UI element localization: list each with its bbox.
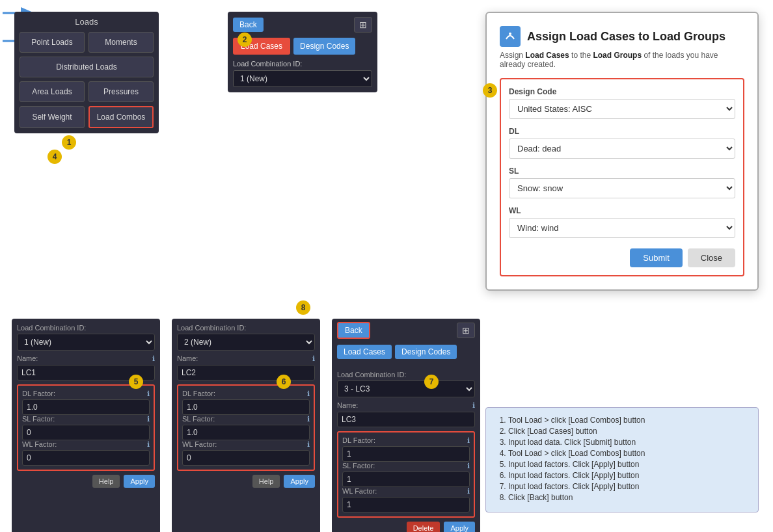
lc2-sl-input[interactable] <box>182 425 310 440</box>
area-loads-button[interactable]: Area Loads <box>20 81 85 102</box>
instructions-box: Tool Load > click [Load Combos] button C… <box>485 407 759 512</box>
lc1-sl-input[interactable] <box>22 425 150 440</box>
close-button[interactable]: Close <box>688 248 735 267</box>
instructions-list: Tool Load > click [Load Combos] button C… <box>496 416 748 502</box>
lc3-name-info-icon[interactable]: ℹ <box>472 401 475 410</box>
lc1-sl-label: SL Factor: ℹ <box>22 415 150 423</box>
lc3-combo-select[interactable]: 3 - LC3 <box>337 380 475 397</box>
lc2-combo-select[interactable]: 2 (New) <box>177 334 315 351</box>
lc1-dl-input[interactable] <box>22 399 150 415</box>
lc1-wl-info-icon[interactable]: ℹ <box>147 440 150 449</box>
instruction-1: Tool Load > click [Load Combos] button <box>508 416 748 425</box>
wl-section: WL Wind: wind <box>509 206 735 238</box>
lc1-combo-select[interactable]: 1 (New) <box>17 334 155 351</box>
instruction-4: Tool Load > click [Load Combos] button <box>508 449 748 458</box>
lc2-dl-input[interactable] <box>182 399 310 415</box>
lc1-sl-info-icon[interactable]: ℹ <box>147 415 150 423</box>
panel-tab-row: Load Cases Design Codes <box>233 38 372 55</box>
load-combination-label: Load Combination ID: <box>233 60 372 68</box>
panel-top-bar: Back ⊞ <box>233 17 372 33</box>
back-button[interactable]: Back <box>233 18 264 32</box>
wl-select[interactable]: Wind: wind <box>509 218 735 238</box>
lc2-combo-label: Load Combination ID: <box>177 324 315 332</box>
lc2-apply-button[interactable]: Apply <box>284 475 315 488</box>
sl-select[interactable]: Snow: snow <box>509 178 735 198</box>
load-combination-select[interactable]: 1 (New) <box>233 70 372 87</box>
lc1-factor-block: DL Factor: ℹ SL Factor: ℹ WL Factor: ℹ <box>17 384 155 471</box>
load-combos-button[interactable]: Load Combos <box>88 106 154 128</box>
lc2-wl-label: WL Factor: ℹ <box>182 440 310 449</box>
lc2-wl-input[interactable] <box>182 450 310 466</box>
lc3-sl-info-icon[interactable]: ℹ <box>467 462 470 470</box>
point-loads-button[interactable]: Point Loads <box>20 32 85 53</box>
lc2-name-label: Name: ℹ <box>177 354 315 363</box>
dialog-footer: Submit Close <box>509 248 735 267</box>
instruction-7: Input load factors. Click [Apply] button <box>508 482 748 491</box>
lc2-name-info-icon[interactable]: ℹ <box>312 354 315 363</box>
skyciv-logo <box>500 26 521 47</box>
panel3-design-codes-tab[interactable]: Design Codes <box>395 345 457 359</box>
loads-grid: Point Loads Moments Distributed Loads Ar… <box>20 32 154 128</box>
lc3-panel-footer: Delete Apply <box>337 522 475 532</box>
distributed-loads-button[interactable]: Distributed Loads <box>20 57 154 77</box>
instruction-3: Input load data. Click [Submit] button <box>508 438 748 447</box>
loads-panel-title: Loads <box>20 17 154 27</box>
lc1-help-button[interactable]: Help <box>92 475 120 488</box>
lc1-dl-info-icon[interactable]: ℹ <box>147 390 150 398</box>
panel3-grid-icon-button[interactable]: ⊞ <box>457 323 475 338</box>
design-code-select[interactable]: United States: AISC <box>509 99 735 119</box>
design-codes-tab[interactable]: Design Codes <box>293 38 355 55</box>
pressures-button[interactable]: Pressures <box>88 81 154 102</box>
lc1-panel-footer: Help Apply <box>17 475 155 488</box>
moments-button[interactable]: Moments <box>88 32 154 53</box>
lc1-apply-button[interactable]: Apply <box>124 475 155 488</box>
self-weight-button[interactable]: Self Weight <box>20 106 85 128</box>
step-badge-7: 7 <box>424 375 439 389</box>
lc2-name-input[interactable] <box>177 365 315 380</box>
mid-top-panel: Back ⊞ Load Cases Design Codes Load Comb… <box>228 12 377 92</box>
lc3-dl-info-icon[interactable]: ℹ <box>467 436 470 445</box>
panel3-load-cases-tab[interactable]: Load Cases <box>337 345 392 359</box>
lc3-factor-block: DL Factor: ℹ SL Factor: ℹ WL Factor: ℹ <box>337 431 475 518</box>
assign-load-cases-dialog: Assign Load Cases to Load Groups Assign … <box>485 12 759 291</box>
lc3-delete-button[interactable]: Delete <box>407 522 441 532</box>
wl-label: WL <box>509 206 735 215</box>
panel3-back-button[interactable]: Back <box>337 322 370 339</box>
lc2-sl-info-icon[interactable]: ℹ <box>307 415 310 423</box>
dialog-outline: Design Code United States: AISC DL Dead:… <box>500 78 744 276</box>
lc3-dl-label: DL Factor: ℹ <box>342 436 470 445</box>
lc1-combo-label: Load Combination ID: <box>17 324 155 332</box>
step-badge-4: 4 <box>47 150 62 164</box>
lc3-wl-label: WL Factor: ℹ <box>342 487 470 496</box>
lc3-dl-input[interactable] <box>342 446 470 462</box>
lc1-wl-input[interactable] <box>22 450 150 466</box>
instruction-2: Click [Load Cases] button <box>508 427 748 436</box>
lc3-sl-label: SL Factor: ℹ <box>342 462 470 470</box>
lc1-dl-label: DL Factor: ℹ <box>22 390 150 398</box>
lc2-dl-label: DL Factor: ℹ <box>182 390 310 398</box>
lc3-combo-label: Load Combination ID: <box>337 371 475 379</box>
design-code-section: Design Code United States: AISC <box>509 87 735 119</box>
lc3-wl-input[interactable] <box>342 497 470 512</box>
lc3-wl-info-icon[interactable]: ℹ <box>467 487 470 496</box>
instruction-8: Click [Back] button <box>508 493 748 502</box>
bottom-row: Load Combination ID: 1 (New) Name: ℹ DL … <box>12 319 480 532</box>
lc3-name-input[interactable] <box>337 412 475 427</box>
submit-button[interactable]: Submit <box>630 248 682 267</box>
loads-panel: Loads Point Loads Moments Distributed Lo… <box>14 12 159 133</box>
lc3-apply-button[interactable]: Apply <box>444 522 475 532</box>
design-code-label: Design Code <box>509 87 735 96</box>
grid-icon-button[interactable]: ⊞ <box>354 17 372 33</box>
lc2-dl-info-icon[interactable]: ℹ <box>307 390 310 398</box>
dl-section: DL Dead: dead <box>509 127 735 159</box>
lc3-sl-input[interactable] <box>342 472 470 487</box>
lc2-wl-info-icon[interactable]: ℹ <box>307 440 310 449</box>
dl-select[interactable]: Dead: dead <box>509 139 735 159</box>
panel3-tab-row-wrapper: Load Cases Design Codes <box>332 342 480 366</box>
panel3-tab-row: Load Cases Design Codes <box>337 345 475 359</box>
lc2-help-button[interactable]: Help <box>252 475 280 488</box>
dl-label: DL <box>509 127 735 136</box>
dialog-header: Assign Load Cases to Load Groups <box>500 26 744 47</box>
lc1-name-info-icon[interactable]: ℹ <box>152 354 155 363</box>
instruction-5: Input load factors. Click [Apply] button <box>508 460 748 469</box>
